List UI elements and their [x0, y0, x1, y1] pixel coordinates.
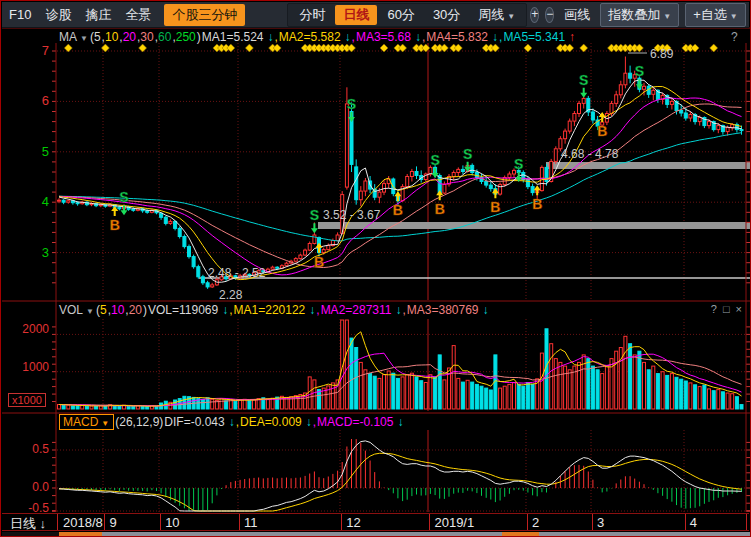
down-arrow-icon: ↓ — [345, 30, 351, 44]
toolbar-item-banker[interactable]: 擒庄 — [85, 6, 111, 24]
date-label: 3 — [597, 515, 604, 530]
period-tabstrip: 分时 日线 60分 30分 周线▼ — [287, 3, 527, 27]
toolbar-item-diagnose[interactable]: 诊股 — [45, 6, 71, 24]
date-label: 2019/1 — [434, 515, 474, 530]
axis-label: 6 — [3, 93, 49, 108]
axis-label: 7 — [3, 43, 49, 58]
down-arrow-icon: ↓ — [306, 415, 312, 429]
sell-marker: S — [119, 189, 128, 215]
axis-label: 0.0 — [3, 480, 49, 494]
down-arrow-icon: ↓ — [395, 303, 401, 317]
down-arrow-icon: ↓ — [415, 30, 421, 44]
date-label: 4 — [690, 515, 697, 530]
svg-text:B: B — [490, 199, 500, 215]
axis-ticks — [52, 51, 750, 511]
tab-weekly[interactable]: 周线▼ — [470, 5, 523, 25]
svg-text:B: B — [314, 254, 324, 270]
down-arrow-icon: ↓ — [483, 303, 489, 317]
panel-borders — [2, 28, 751, 512]
toolbar: F10 诊股 擒庄 全景 个股三分钟 分时 日线 60分 30分 周线▼ + −… — [2, 2, 749, 28]
svg-text:B: B — [532, 196, 542, 212]
vol-indicator-header: VOL▼ (5,10,20) VOL=119069↓,MA1=220122↓,M… — [59, 302, 490, 318]
date-label: 2018/8 — [63, 515, 103, 530]
down-arrow-icon: ↓ — [492, 30, 498, 44]
toolbar-item-panorama[interactable]: 全景 — [125, 6, 151, 24]
up-arrow-icon: ↑ — [569, 30, 575, 44]
stock-chart-window: BSSBSBSBSBSBSBS6.894.68 - 4.783.52 - 3.6… — [0, 0, 751, 537]
svg-text:2.48 - 2.52: 2.48 - 2.52 — [208, 266, 266, 280]
candlesticks — [58, 57, 744, 289]
indicator-params: (26,12,9) — [115, 415, 163, 429]
volume-bars — [58, 320, 744, 409]
svg-text:S: S — [514, 156, 523, 172]
down-arrow-icon: ↓ — [268, 30, 274, 44]
date-label: 2 — [532, 515, 539, 530]
tab-60min[interactable]: 60分 — [379, 5, 422, 25]
macd-indicator-selector[interactable]: MACD▼ — [59, 414, 114, 430]
axis-label: 4 — [3, 194, 49, 209]
indicator-value: MA4=5.832 — [426, 30, 488, 44]
indicator-value: MA1=5.524 — [202, 30, 264, 44]
indicator-params: (5,10,20) — [96, 303, 147, 317]
ma-lines — [59, 80, 742, 282]
macd-indicator-header: MACD▼ (26,12,9) DIF=-0.043↓,DEA=0.009↓,M… — [59, 414, 404, 430]
chevron-down-icon: ▼ — [507, 12, 515, 21]
svg-text:S: S — [635, 63, 644, 79]
vol-panel-icons: ?□× — [711, 303, 742, 315]
svg-text:S: S — [430, 152, 439, 168]
add-watchlist-button[interactable]: +自选▼ — [685, 3, 746, 27]
indicator-value: MA2=287311 — [321, 303, 392, 317]
maximize-icon[interactable]: □ — [723, 303, 730, 315]
vol-indicator-selector[interactable]: VOL▼ — [59, 303, 95, 317]
svg-text:2.28: 2.28 — [219, 288, 243, 302]
ma-indicator-header: MA▼ (5,10,20,30,60,250) MA1=5.524↓,MA2=5… — [59, 29, 576, 45]
close-icon[interactable]: × — [736, 303, 742, 315]
help-icon[interactable]: ? — [731, 30, 738, 44]
toolbar-right-group: 画线 指数叠加▼ +自选▼ × — [557, 3, 751, 27]
down-arrow-icon: ↓ — [309, 303, 315, 317]
indicator-value: DEA=0.009 — [240, 415, 302, 429]
date-label: 10 — [165, 515, 179, 530]
axis-label: 1000 — [3, 360, 49, 374]
ma-indicator-selector[interactable]: MA▼ — [59, 30, 89, 44]
zoom-out-button[interactable]: − — [545, 7, 554, 23]
axis-label: 3 — [3, 245, 49, 260]
svg-text:S: S — [347, 96, 356, 112]
indicator-value: VOL=119069 — [148, 303, 218, 317]
date-label: 12 — [346, 515, 360, 530]
svg-text:6.89: 6.89 — [650, 47, 674, 61]
svg-text:4.68 - 4.78: 4.68 - 4.78 — [561, 147, 619, 161]
kline-chart-canvas[interactable]: BSSBSBSBSBSBSBS6.894.68 - 4.783.52 - 3.6… — [1, 1, 751, 537]
chevron-down-icon: ▼ — [730, 12, 738, 21]
down-arrow-icon: ↓ — [229, 415, 235, 429]
indicator-value: MA2=5.582 — [279, 30, 341, 44]
axis-label: 0.5 — [3, 442, 49, 456]
horizontal-scrollbar[interactable] — [2, 532, 749, 537]
tab-daily[interactable]: 日线 — [335, 5, 377, 25]
period-axis-label[interactable]: 日线 ↓ — [10, 515, 46, 533]
axis-label: 2000 — [3, 322, 49, 336]
indicator-value: MA3=5.68 — [356, 30, 411, 44]
svg-text:S: S — [463, 146, 472, 162]
indicator-value: MA3=380769 — [407, 303, 479, 317]
tab-intraday[interactable]: 分时 — [291, 5, 333, 25]
tab-30min[interactable]: 30分 — [425, 5, 468, 25]
buy-marker: B — [110, 206, 120, 233]
index-overlay-button[interactable]: 指数叠加▼ — [600, 3, 679, 27]
help-icon[interactable]: ? — [711, 303, 717, 315]
indicator-params: (5,10,20,30,60,250) — [90, 30, 201, 44]
svg-text:3.52 - 3.67: 3.52 - 3.67 — [323, 208, 381, 222]
svg-text:B: B — [110, 217, 120, 233]
date-label: 11 — [244, 515, 258, 530]
down-arrow-icon: ↓ — [222, 303, 228, 317]
macd-lines — [59, 441, 742, 511]
time-axis: 日线 ↓ 2018/891011122019/1234 — [2, 513, 749, 531]
stock-3min-button[interactable]: 个股三分钟 — [164, 4, 245, 26]
toolbar-item-f10[interactable]: F10 — [9, 7, 31, 22]
zoom-in-button[interactable]: + — [530, 7, 539, 23]
down-arrow-icon: ↓ — [397, 415, 403, 429]
svg-text:B: B — [597, 123, 607, 139]
sell-marker: S — [635, 63, 644, 89]
indicator-value: MA5=5.341 — [503, 30, 565, 44]
draw-line-button[interactable]: 画线 — [564, 6, 590, 24]
